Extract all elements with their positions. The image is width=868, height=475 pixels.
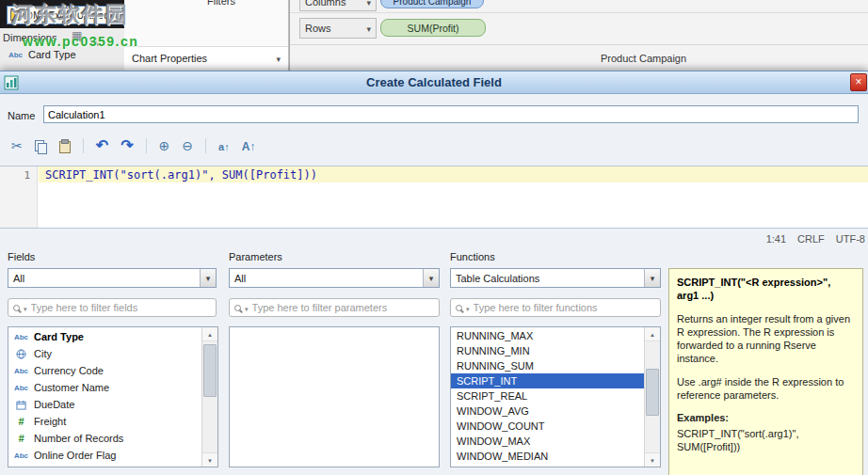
field-label: Number of Records bbox=[34, 433, 123, 444]
function-item[interactable]: RUNNING_MAX bbox=[451, 328, 644, 343]
chevron-down-icon[interactable] bbox=[644, 269, 660, 287]
redo-icon[interactable] bbox=[121, 138, 133, 153]
parameters-filter-dropdown[interactable]: All bbox=[229, 268, 440, 288]
function-item-selected[interactable]: SCRIPT_INT bbox=[451, 373, 644, 388]
chevron-down-icon bbox=[366, 0, 371, 8]
toolbar-divider bbox=[146, 138, 147, 153]
functions-search-box[interactable] bbox=[450, 298, 661, 317]
function-item[interactable]: RUNNING_MIN bbox=[451, 343, 644, 358]
function-item[interactable]: WINDOW_MAX bbox=[451, 434, 644, 449]
scroll-up-icon[interactable] bbox=[645, 327, 660, 341]
parameters-search-box[interactable] bbox=[229, 298, 440, 317]
function-item[interactable]: WINDOW_MEDIAN bbox=[451, 449, 644, 464]
abc-icon bbox=[8, 51, 24, 59]
number-count-icon bbox=[13, 433, 29, 444]
rows-shelf[interactable]: Rows bbox=[299, 18, 377, 39]
zoom-in-icon[interactable] bbox=[159, 139, 170, 152]
field-item[interactable]: Online Order Flag bbox=[8, 447, 201, 464]
undo-icon[interactable] bbox=[96, 138, 108, 153]
fields-list: Card Type City Currency Code Customer Na… bbox=[8, 326, 218, 467]
fields-scrollbar[interactable] bbox=[201, 327, 217, 467]
dialog-titlebar[interactable]: Create Calculated Field bbox=[0, 71, 868, 94]
field-item[interactable]: Customer Name bbox=[8, 379, 201, 396]
function-item[interactable]: RUNNING_SUM bbox=[451, 358, 644, 373]
cursor-position: 1:41 bbox=[766, 233, 786, 245]
columns-pill-product-campaign[interactable]: Product Campaign bbox=[380, 0, 484, 8]
columns-shelf[interactable]: Columns bbox=[299, 0, 377, 11]
eol-indicator: CRLF bbox=[797, 233, 825, 245]
field-item[interactable]: City bbox=[8, 345, 201, 362]
search-icon bbox=[234, 305, 241, 311]
calculation-name-input[interactable] bbox=[43, 105, 859, 123]
watermark-logo-text: 河东软件园 bbox=[11, 0, 129, 29]
functions-scrollbar[interactable] bbox=[644, 327, 660, 467]
chevron-down-icon[interactable] bbox=[200, 269, 216, 287]
field-item[interactable]: Number of Records bbox=[8, 430, 201, 447]
abc-icon bbox=[13, 367, 29, 375]
function-item[interactable]: WINDOW_AVG bbox=[451, 404, 644, 419]
font-decrease-icon[interactable] bbox=[218, 140, 230, 152]
cut-icon[interactable] bbox=[11, 139, 23, 152]
fields-list-rows: Card Type City Currency Code Customer Na… bbox=[8, 328, 201, 467]
font-increase-icon[interactable] bbox=[242, 140, 256, 152]
encoding-indicator: UTF-8 bbox=[836, 233, 865, 245]
scrollbar-thumb[interactable] bbox=[646, 369, 659, 416]
help-example: SCRIPT_INT("sort(.arg1)", SUM([Profit])) bbox=[677, 427, 855, 454]
formula-code[interactable]: SCRIPT_INT("sort(.arg1)", SUM([Profit])) bbox=[45, 168, 317, 182]
fields-search-box[interactable] bbox=[8, 298, 217, 317]
function-help-panel: SCRIPT_INT("<R expression>", arg1 ...) R… bbox=[668, 268, 863, 475]
field-label: City bbox=[34, 348, 52, 359]
toolbar-divider bbox=[83, 138, 84, 153]
field-item[interactable]: Card Type bbox=[8, 328, 201, 345]
scroll-down-icon[interactable] bbox=[645, 452, 660, 467]
fields-panel-label: Fields bbox=[8, 251, 35, 262]
abc-icon bbox=[13, 384, 29, 392]
field-item[interactable]: Freight bbox=[8, 413, 201, 430]
field-label: Card Type bbox=[34, 331, 84, 342]
editor-statusbar: 1:41 CRLF UTF-8 bbox=[0, 229, 868, 248]
fields-search-input[interactable] bbox=[31, 302, 211, 313]
chevron-down-icon bbox=[366, 23, 371, 34]
columns-shelf-label: Columns bbox=[305, 0, 362, 8]
fields-dropdown-value: All bbox=[8, 273, 200, 284]
search-icon bbox=[13, 305, 20, 311]
paste-icon[interactable] bbox=[59, 139, 71, 152]
function-item[interactable]: SCRIPT_REAL bbox=[451, 388, 644, 404]
chart-properties-dropdown[interactable]: Chart Properties bbox=[124, 46, 288, 69]
fields-filter-dropdown[interactable]: All bbox=[8, 268, 217, 288]
field-label: Freight bbox=[34, 416, 66, 427]
scroll-down-icon[interactable] bbox=[202, 452, 217, 467]
functions-list-rows: RUNNING_MAX RUNNING_MIN RUNNING_SUM SCRI… bbox=[451, 328, 644, 467]
field-label: Customer Name bbox=[34, 382, 109, 393]
formula-editor[interactable]: 1 SCRIPT_INT("sort(.arg1)", SUM([Profit]… bbox=[0, 166, 868, 229]
editor-toolbar bbox=[11, 132, 255, 160]
field-item[interactable]: DueDate bbox=[8, 396, 201, 413]
dimension-item-card-type[interactable]: Card Type bbox=[8, 49, 76, 60]
globe-icon bbox=[13, 349, 29, 359]
parameters-list-rows bbox=[230, 328, 439, 467]
function-item[interactable]: WINDOW_COUNT bbox=[451, 419, 644, 434]
chevron-down-icon bbox=[276, 53, 281, 64]
examples-label: Examples: bbox=[677, 411, 855, 424]
calendar-icon bbox=[13, 400, 29, 410]
functions-category-dropdown[interactable]: Table Calculations bbox=[450, 268, 661, 288]
chevron-down-icon bbox=[24, 302, 27, 313]
rows-pill-sum-profit[interactable]: SUM(Profit) bbox=[380, 19, 486, 37]
dialog-title: Create Calculated Field bbox=[0, 75, 868, 89]
create-calculated-field-dialog: Create Calculated Field Name 1 SCRIPT_IN… bbox=[0, 71, 868, 475]
search-icon bbox=[456, 305, 462, 311]
parameters-list[interactable] bbox=[229, 326, 440, 467]
scrollbar-thumb[interactable] bbox=[203, 344, 217, 397]
close-button[interactable] bbox=[850, 73, 867, 91]
scroll-up-icon[interactable] bbox=[202, 327, 217, 341]
filters-shelf-label: Filters bbox=[207, 0, 235, 7]
toolbar-divider bbox=[205, 138, 206, 153]
field-item[interactable]: Currency Code bbox=[8, 362, 201, 379]
functions-search-input[interactable] bbox=[474, 302, 655, 313]
chevron-down-icon[interactable] bbox=[423, 269, 439, 287]
copy-icon[interactable] bbox=[35, 140, 47, 152]
screen: @Ms-Excel [Untitled] Dimensions Card Typ… bbox=[0, 0, 868, 475]
zoom-out-icon[interactable] bbox=[182, 139, 193, 152]
help-title: SCRIPT_INT("<R expression>", arg1 ...) bbox=[677, 276, 855, 303]
parameters-search-input[interactable] bbox=[252, 302, 434, 313]
